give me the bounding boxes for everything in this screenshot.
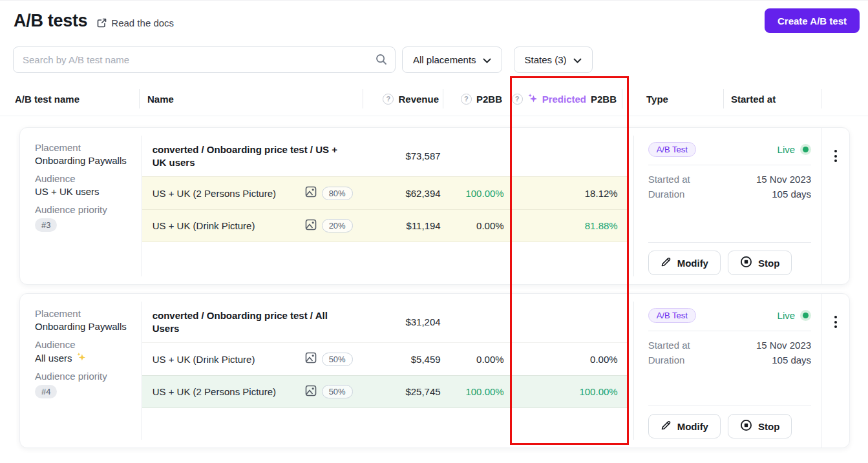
stop-icon — [740, 419, 752, 433]
started-at-value: 15 Nov 2023 — [756, 340, 811, 351]
started-at-value: 15 Nov 2023 — [756, 174, 811, 185]
variant-p2bb: 0.00% — [445, 354, 512, 365]
read-the-docs-label: Read the docs — [111, 17, 174, 28]
placements-filter-dropdown[interactable]: All placements — [402, 46, 502, 73]
live-status-dot-icon — [800, 310, 811, 321]
test-main-row: converted / Onboarding price test / All … — [142, 302, 629, 342]
image-icon — [304, 384, 317, 400]
test-type-badge: A/B Test — [648, 308, 696, 323]
test-main-row: converted / Onboarding price test / US +… — [142, 136, 629, 176]
ab-tests-page: A/B tests Read the docs Create A/B test — [0, 0, 868, 463]
priority-badge: #4 — [35, 385, 57, 398]
traffic-weight-badge: 80% — [322, 187, 353, 200]
live-status-dot-icon — [800, 144, 811, 155]
duration-label: Duration — [648, 189, 685, 200]
variant-predicted-p2bb: 81.88% — [512, 220, 629, 231]
column-header-revenue: ? Revenue — [363, 94, 443, 105]
placements-filter-label: All placements — [413, 54, 476, 65]
test-status-panel: A/B Test Live Started at15 Nov 2023 Dura… — [634, 128, 821, 284]
variant-row: US + UK (Drink Picture) 20% $11,194 — [142, 209, 629, 242]
search-input[interactable] — [13, 46, 396, 73]
sparkle-icon — [527, 93, 538, 105]
variant-predicted-p2bb: 100.00% — [512, 386, 629, 397]
chevron-down-icon — [573, 54, 582, 65]
variant-rows: converted / Onboarding price test / US +… — [142, 128, 629, 284]
duration-value: 105 days — [772, 355, 811, 365]
duration-label: Duration — [648, 355, 685, 365]
audience-label: Audience — [35, 339, 135, 350]
variant-row: US + UK (2 Persons Picture) 80% $62,394 — [142, 176, 629, 209]
variant-row: US + UK (Drink Picture) 50% $5,459 — [142, 342, 629, 375]
states-filter-dropdown[interactable]: States (3) — [514, 46, 593, 73]
variant-rows: converted / Onboarding price test / All … — [142, 294, 629, 448]
traffic-weight-badge: 50% — [322, 353, 353, 366]
test-status-panel: A/B Test Live Started at15 Nov 2023 Dura… — [634, 294, 821, 448]
audience-priority-label: Audience priority — [35, 371, 135, 382]
stop-icon — [740, 256, 752, 270]
column-header-ab-test-name: A/B test name — [0, 94, 139, 105]
audience-value: All users — [35, 353, 72, 364]
ab-test-card: Placement Onboarding Paywalls Audience A… — [19, 293, 850, 448]
image-icon — [304, 185, 317, 201]
column-header-predicted-p2bb: ? Predicted P2BB — [510, 93, 622, 105]
stop-button[interactable]: Stop — [728, 251, 792, 275]
traffic-weight-badge: 50% — [322, 385, 353, 398]
modify-button[interactable]: Modify — [648, 251, 721, 275]
help-icon[interactable]: ? — [512, 94, 523, 105]
sparkle-icon — [76, 352, 86, 364]
status-badge: Live — [778, 144, 812, 155]
test-name: converted / Onboarding price test / All … — [153, 309, 354, 335]
placement-value: Onboarding Paywalls — [35, 155, 135, 166]
modify-button[interactable]: Modify — [648, 414, 721, 438]
variant-predicted-p2bb: 18.12% — [512, 188, 629, 199]
variant-revenue: $11,194 — [365, 220, 445, 231]
audience-label: Audience — [35, 173, 135, 184]
variant-revenue: $5,459 — [365, 354, 445, 365]
column-header-started-at: Started at — [724, 94, 821, 105]
priority-badge: #3 — [35, 218, 57, 232]
page-header: A/B tests Read the docs Create A/B test — [0, 1, 868, 33]
variant-p2bb: 100.00% — [445, 188, 512, 199]
variant-name: US + UK (2 Persons Picture) — [153, 386, 304, 397]
placement-label: Placement — [35, 308, 135, 319]
traffic-weight-badge: 20% — [322, 219, 353, 232]
test-revenue: $73,587 — [365, 150, 445, 161]
page-title: A/B tests — [14, 11, 87, 31]
variant-revenue: $62,394 — [365, 188, 445, 199]
test-info-panel: Placement Onboarding Paywalls Audience A… — [20, 294, 142, 448]
external-link-icon — [96, 17, 107, 28]
states-filter-label: States (3) — [525, 54, 567, 65]
test-revenue: $31,204 — [365, 316, 445, 327]
column-header-type: Type — [639, 94, 723, 105]
read-the-docs-link[interactable]: Read the docs — [96, 17, 174, 28]
filter-bar: All placements States (3) — [13, 46, 855, 73]
column-header-p2bb: ? P2BB — [443, 94, 510, 105]
help-icon[interactable]: ? — [383, 94, 394, 105]
audience-value: US + UK users — [35, 186, 135, 197]
kebab-menu-icon[interactable] — [834, 128, 837, 167]
started-at-label: Started at — [648, 340, 690, 351]
help-icon[interactable]: ? — [461, 94, 472, 105]
test-name: converted / Onboarding price test / US +… — [153, 143, 354, 169]
variant-revenue: $25,745 — [365, 386, 445, 397]
image-icon — [304, 218, 317, 234]
variant-name: US + UK (2 Persons Picture) — [153, 188, 304, 199]
variant-predicted-p2bb: 0.00% — [512, 354, 629, 365]
placement-value: Onboarding Paywalls — [35, 321, 135, 332]
search-box — [13, 46, 396, 73]
stop-button[interactable]: Stop — [728, 414, 792, 438]
started-at-label: Started at — [648, 174, 690, 185]
pencil-icon — [661, 420, 672, 433]
placement-label: Placement — [35, 142, 135, 153]
variant-name: US + UK (Drink Picture) — [153, 354, 304, 365]
search-icon — [375, 53, 388, 68]
variant-name: US + UK (Drink Picture) — [153, 220, 304, 231]
column-header-name: Name — [140, 94, 363, 105]
table-header-row: A/B test name Name ? Revenue ? P2BB ? Pr… — [0, 88, 868, 109]
duration-value: 105 days — [772, 189, 811, 200]
test-info-panel: Placement Onboarding Paywalls Audience U… — [20, 128, 142, 284]
kebab-menu-icon[interactable] — [834, 294, 837, 333]
image-icon — [304, 351, 317, 367]
create-ab-test-button[interactable]: Create A/B test — [765, 8, 860, 33]
chevron-down-icon — [483, 54, 491, 65]
